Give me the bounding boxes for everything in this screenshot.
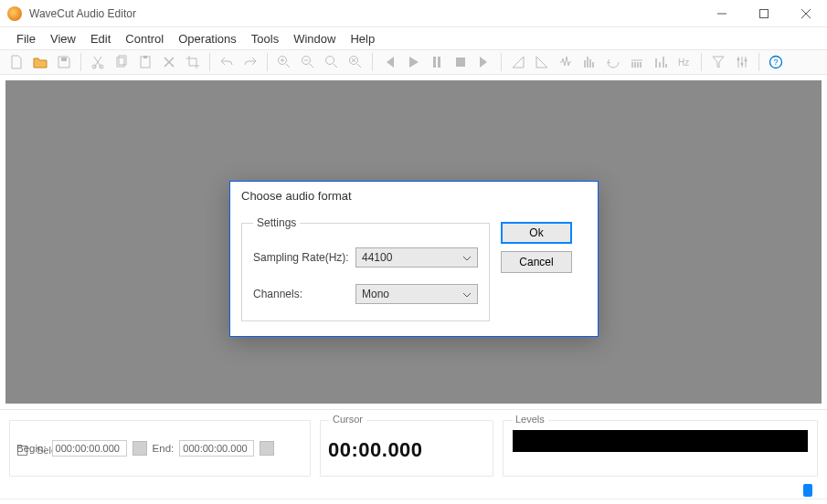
menu-window[interactable]: Window [286, 30, 343, 47]
pause-icon[interactable] [426, 51, 448, 73]
toolbar-separator [80, 53, 81, 71]
zoom-fit-icon[interactable] [345, 51, 366, 73]
svg-rect-12 [433, 57, 436, 68]
choose-audio-format-dialog: Choose audio format Settings Sampling Ra… [229, 181, 599, 337]
settings-fieldset: Settings Sampling Rate(Hz): 44100 Channe… [241, 216, 490, 321]
svg-point-17 [741, 63, 744, 66]
zoom-out-icon[interactable] [297, 51, 319, 73]
levels-panel: Levels [503, 415, 818, 495]
begin-color-swatch[interactable] [133, 441, 147, 456]
toolbar: Hz ? [0, 49, 827, 75]
channels-value: Mono [362, 288, 389, 300]
svg-text:Hz: Hz [678, 58, 689, 68]
svg-point-2 [92, 65, 96, 68]
fade-out-icon[interactable] [531, 51, 553, 73]
menu-view[interactable]: View [43, 30, 83, 47]
cursor-time: 00:00.000 [328, 438, 423, 462]
minimize-button[interactable] [701, 0, 743, 27]
svg-point-3 [100, 65, 103, 68]
svg-text:?: ? [774, 58, 779, 67]
menubar: File View Edit Control Operations Tools … [0, 27, 827, 49]
statusbar: Selection Begin: End: Cursor 00:00.000 L… [0, 409, 827, 499]
levels-slider[interactable] [503, 486, 818, 495]
end-label: End: [153, 443, 175, 454]
svg-rect-1 [61, 58, 67, 61]
status-footer [0, 499, 827, 504]
frequency-icon[interactable]: Hz [673, 51, 695, 73]
cut-icon[interactable] [87, 51, 109, 73]
svg-point-18 [745, 59, 747, 62]
toolbar-separator [267, 53, 268, 71]
copy-icon[interactable] [111, 51, 133, 73]
end-input[interactable] [179, 440, 254, 457]
save-icon[interactable] [53, 51, 75, 73]
normalize-icon[interactable] [578, 51, 600, 73]
channels-select[interactable]: Mono [355, 284, 478, 304]
sampling-rate-label: Sampling Rate(Hz): [253, 251, 355, 264]
levels-title: Levels [512, 414, 548, 425]
menu-tools[interactable]: Tools [244, 30, 286, 47]
begin-input[interactable] [52, 440, 127, 457]
toolbar-separator [209, 53, 210, 71]
crop-icon[interactable] [182, 51, 204, 73]
menu-help[interactable]: Help [343, 30, 382, 47]
undo-icon[interactable] [216, 51, 238, 73]
svg-point-10 [326, 57, 334, 65]
begin-label: Begin: [16, 443, 47, 454]
close-button[interactable] [785, 0, 827, 27]
ok-button[interactable]: Ok [501, 222, 572, 244]
filter-icon[interactable] [707, 51, 729, 73]
menu-edit[interactable]: Edit [83, 30, 118, 47]
toolbar-separator [501, 53, 502, 71]
new-file-icon[interactable] [5, 51, 27, 73]
menu-file[interactable]: File [9, 30, 43, 47]
help-icon[interactable]: ? [765, 51, 787, 73]
svg-rect-7 [143, 56, 147, 58]
window-controls [701, 0, 827, 27]
zoom-in-icon[interactable] [273, 51, 295, 73]
svg-rect-14 [456, 58, 465, 67]
redo-icon[interactable] [239, 51, 261, 73]
cursor-panel: Cursor 00:00.000 [320, 415, 493, 495]
mixer-icon[interactable] [731, 51, 753, 73]
svg-rect-13 [438, 57, 440, 68]
reverse-icon[interactable] [602, 51, 624, 73]
zoom-selection-icon[interactable] [321, 51, 343, 73]
play-icon[interactable] [402, 51, 424, 73]
skip-start-icon[interactable] [378, 51, 400, 73]
fade-in-icon[interactable] [507, 51, 529, 73]
toolbar-separator [701, 53, 702, 71]
toolbar-separator [372, 53, 373, 71]
slider-thumb-icon[interactable] [803, 484, 812, 497]
cancel-button[interactable]: Cancel [501, 251, 572, 273]
svg-point-16 [737, 58, 740, 61]
delete-icon[interactable] [158, 51, 180, 73]
end-color-swatch[interactable] [260, 441, 274, 456]
stop-icon[interactable] [450, 51, 472, 73]
cursor-title: Cursor [329, 414, 366, 425]
chevron-down-icon [462, 251, 472, 264]
levels-meter [513, 430, 808, 452]
titlebar: WaveCut Audio Editor [0, 0, 827, 27]
equalizer-icon[interactable] [650, 51, 672, 73]
paste-icon[interactable] [134, 51, 156, 73]
channels-label: Channels: [253, 288, 355, 300]
amplify-icon[interactable] [555, 51, 577, 73]
sampling-rate-value: 44100 [362, 251, 392, 264]
settings-legend: Settings [253, 216, 300, 229]
chevron-down-icon [462, 288, 472, 300]
menu-control[interactable]: Control [118, 30, 171, 47]
app-title: WaveCut Audio Editor [29, 7, 701, 20]
toolbar-separator [758, 53, 759, 71]
open-file-icon[interactable] [29, 51, 51, 73]
silence-icon[interactable] [626, 51, 648, 73]
skip-end-icon[interactable] [473, 51, 495, 73]
menu-operations[interactable]: Operations [171, 30, 244, 47]
selection-panel: Selection Begin: End: [9, 415, 311, 495]
svg-rect-0 [760, 9, 769, 17]
dialog-title: Choose audio format [230, 182, 598, 209]
sampling-rate-select[interactable]: 44100 [355, 247, 478, 268]
app-logo-icon [7, 6, 22, 21]
maximize-button[interactable] [743, 0, 785, 27]
